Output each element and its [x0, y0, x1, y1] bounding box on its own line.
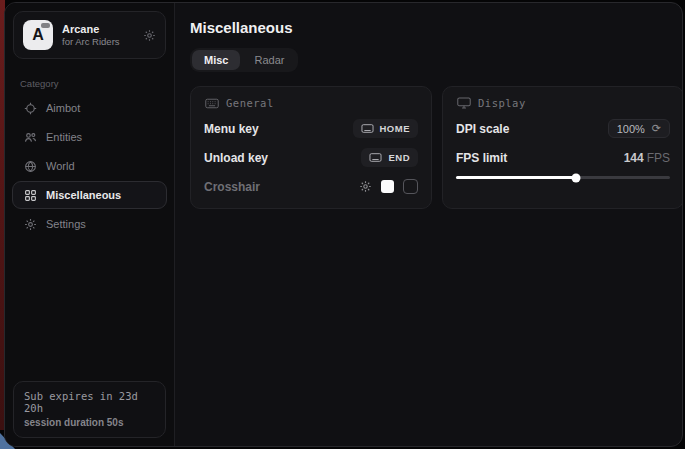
sidebar: A Arcane for Arc Riders Category	[5, 3, 175, 446]
sidebar-item-label: Entities	[46, 131, 82, 143]
keyboard-icon	[204, 98, 219, 109]
menu-key-value: HOME	[380, 123, 411, 134]
dpi-scale-row: DPI scale 100% ⟳	[456, 119, 670, 138]
unload-key-bind-button[interactable]: END	[361, 148, 418, 167]
fps-slider-thumb[interactable]	[571, 173, 580, 182]
profile-card: A Arcane for Arc Riders	[13, 11, 166, 59]
subscription-status-card: Sub expires in 23d 20h session duration …	[13, 381, 166, 438]
tab-bar: Misc Radar	[190, 48, 298, 72]
menu-key-label: Menu key	[204, 122, 259, 136]
session-duration-text: session duration 50s	[24, 417, 155, 428]
sidebar-item-miscellaneous[interactable]: Miscellaneous	[12, 181, 167, 209]
globe-icon	[23, 160, 37, 173]
dpi-scale-label: DPI scale	[456, 122, 509, 136]
unload-key-row: Unload key END	[204, 148, 418, 167]
refresh-icon[interactable]: ⟳	[652, 122, 661, 135]
app-subtitle: for Arc Riders	[62, 36, 120, 47]
menu-key-row: Menu key HOME	[204, 119, 418, 138]
unload-key-value: END	[388, 152, 410, 163]
page-title: Miscellaneous	[190, 19, 683, 36]
fps-limit-row: FPS limit 144FPS	[456, 148, 670, 167]
fps-number: 144	[624, 151, 644, 165]
keyboard-icon	[369, 153, 382, 162]
general-card: General Menu key HOME Unload key	[190, 86, 432, 209]
crosshair-settings-gear-icon[interactable]	[359, 180, 372, 193]
general-card-header: General	[204, 97, 418, 109]
app-logo: A	[23, 20, 53, 50]
crosshair-color-swatch[interactable]	[381, 180, 394, 193]
crosshair-label: Crosshair	[204, 180, 260, 194]
fps-slider-fill	[456, 176, 576, 179]
display-card-header: Display	[456, 97, 670, 109]
grid-icon	[23, 189, 37, 202]
profile-text: Arcane for Arc Riders	[62, 23, 120, 47]
dpi-scale-stepper[interactable]: 100% ⟳	[608, 119, 670, 138]
app-title: Arcane	[62, 23, 120, 35]
general-card-title: General	[226, 97, 274, 109]
profile-gear-icon[interactable]	[143, 29, 156, 42]
cards-row: General Menu key HOME Unload key	[190, 86, 683, 209]
sidebar-item-entities[interactable]: Entities	[12, 123, 167, 151]
sidebar-item-aimbot[interactable]: Aimbot	[12, 94, 167, 122]
entities-icon	[23, 131, 37, 144]
keyboard-icon	[361, 124, 374, 133]
menu-key-bind-button[interactable]: HOME	[353, 119, 419, 138]
sub-expiry-text: Sub expires in 23d 20h	[24, 390, 155, 414]
sidebar-item-world[interactable]: World	[12, 152, 167, 180]
category-label: Category	[20, 78, 159, 89]
monitor-icon	[456, 97, 471, 109]
sidebar-item-label: Aimbot	[46, 102, 80, 114]
crosshair-controls	[359, 179, 418, 194]
sidebar-item-label: World	[46, 160, 75, 172]
overlay-window: A Arcane for Arc Riders Category	[4, 2, 683, 447]
crosshair-icon	[23, 102, 37, 115]
dpi-scale-value: 100%	[617, 123, 645, 135]
sidebar-spacer	[5, 238, 174, 373]
fps-limit-label: FPS limit	[456, 151, 507, 165]
sidebar-item-label: Miscellaneous	[46, 189, 121, 201]
fps-limit-slider[interactable]	[456, 176, 670, 179]
display-card-title: Display	[478, 97, 526, 109]
sidebar-nav: Aimbot Entities	[5, 94, 174, 238]
crosshair-row: Crosshair	[204, 177, 418, 196]
display-card: Display DPI scale 100% ⟳ FPS limit 144FP…	[442, 86, 683, 209]
crosshair-toggle-checkbox[interactable]	[403, 179, 418, 194]
main-panel: Miscellaneous Misc Radar Gene	[175, 3, 683, 446]
sidebar-item-settings[interactable]: Settings	[12, 210, 167, 238]
screen: A Arcane for Arc Riders Category	[0, 0, 685, 449]
fps-limit-value: 144FPS	[624, 151, 670, 165]
gear-icon	[23, 218, 37, 231]
tab-radar[interactable]: Radar	[242, 50, 296, 70]
sidebar-item-label: Settings	[46, 218, 86, 230]
unload-key-label: Unload key	[204, 151, 268, 165]
fps-unit: FPS	[647, 151, 670, 165]
tab-misc[interactable]: Misc	[192, 50, 240, 70]
